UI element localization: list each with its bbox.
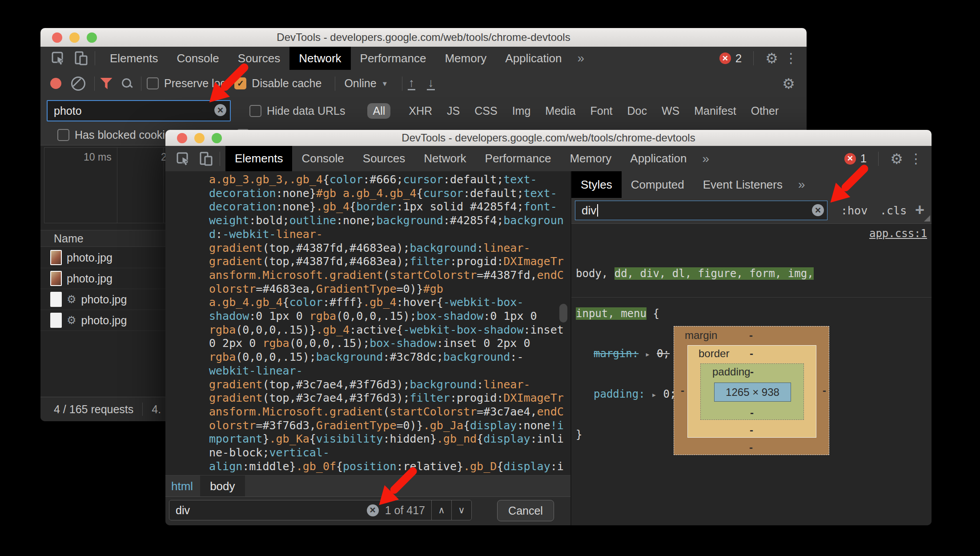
clear-filter-icon[interactable]: ✕ <box>214 104 226 116</box>
zoom-window-button[interactable] <box>212 133 222 143</box>
record-network-log-icon[interactable] <box>50 78 61 89</box>
type-filter-other[interactable]: Other <box>751 105 779 117</box>
device-toolbar-icon[interactable] <box>66 50 89 66</box>
tab-network[interactable]: Network <box>289 47 350 70</box>
more-tabs-icon[interactable]: » <box>571 47 591 70</box>
styles-filter-input[interactable]: div ✕ <box>575 201 827 220</box>
tab-elements[interactable]: Elements <box>100 47 167 70</box>
type-filter-manifest[interactable]: Manifest <box>694 105 736 117</box>
has-blocked-cookies-label[interactable]: Has blocked cookies <box>75 129 177 141</box>
type-filter-all[interactable]: All <box>367 103 390 119</box>
sidebar-tab-event-listeners[interactable]: Event Listeners <box>694 171 792 198</box>
minimize-window-button[interactable] <box>69 32 80 43</box>
request-name: photo.jpg <box>81 314 127 327</box>
tab-application[interactable]: Application <box>496 47 571 70</box>
type-filter-ws[interactable]: WS <box>662 105 679 117</box>
sidebar-tab-styles[interactable]: Styles <box>571 171 622 198</box>
filter-funnel-icon[interactable] <box>100 78 112 89</box>
settings-gear-icon[interactable]: ⚙ <box>890 152 903 166</box>
more-sidebar-tabs-icon[interactable]: » <box>792 171 811 198</box>
css-source-view[interactable]: a.gb_3.gb_3,.gb_4{color:#666;cursor:defa… <box>165 171 570 475</box>
main-tab-bar: ElementsConsoleSourcesNetworkPerformance… <box>40 47 807 70</box>
border-bottom-value[interactable]: - <box>747 424 756 436</box>
cancel-button[interactable]: Cancel <box>497 500 554 521</box>
has-blocked-cookies-checkbox[interactable] <box>57 129 69 141</box>
box-model-content-box[interactable]: 1265 × 938 <box>714 383 791 402</box>
tab-console[interactable]: Console <box>292 146 353 171</box>
box-model-padding-box[interactable]: padding - - 1265 × 938 <box>700 363 804 420</box>
margin-top-value[interactable]: - <box>746 329 756 342</box>
disable-cache-label[interactable]: Disable cache <box>252 77 321 90</box>
border-top-value[interactable]: - <box>747 347 756 360</box>
more-options-icon[interactable]: ⋮ <box>784 52 798 65</box>
next-match-button[interactable]: ∨ <box>451 500 471 520</box>
stylesheet-link[interactable]: app.css:1 <box>869 227 927 240</box>
breadcrumb-body[interactable]: body <box>200 475 245 497</box>
type-filter-doc[interactable]: Doc <box>627 105 647 117</box>
minimize-window-button[interactable] <box>194 133 205 143</box>
type-filter-xhr[interactable]: XHR <box>409 105 432 117</box>
type-filter-js[interactable]: JS <box>447 105 460 117</box>
expand-triangle-icon[interactable]: ▸ <box>645 349 651 359</box>
preserve-log-checkbox[interactable] <box>147 77 159 89</box>
import-har-icon[interactable]: ↑ <box>408 77 416 90</box>
margin-bottom-value[interactable]: - <box>746 441 756 454</box>
titlebar[interactable]: DevTools - developers.google.com/web/too… <box>40 28 807 47</box>
tab-performance[interactable]: Performance <box>476 146 561 171</box>
text-caret <box>597 204 598 217</box>
inspect-element-icon[interactable] <box>40 50 66 66</box>
resize-grip-icon[interactable] <box>924 215 930 222</box>
scrollbar-thumb[interactable] <box>559 304 567 322</box>
hide-data-urls-label[interactable]: Hide data URLs <box>267 105 345 117</box>
search-icon[interactable] <box>121 78 133 89</box>
clear-network-log-icon[interactable] <box>71 77 85 91</box>
padding-top-value[interactable]: - <box>747 366 757 378</box>
error-badge[interactable]: ✕ 2 <box>719 52 742 65</box>
tab-memory[interactable]: Memory <box>560 146 621 171</box>
divider <box>335 77 335 91</box>
sidebar-tab-computed[interactable]: Computed <box>622 171 694 198</box>
clear-styles-filter-icon[interactable]: ✕ <box>812 204 824 216</box>
settings-gear-icon[interactable]: ⚙ <box>765 51 778 65</box>
element-classes-button[interactable]: .cls <box>880 198 907 223</box>
more-tabs-icon[interactable]: » <box>696 146 716 171</box>
network-settings-gear-icon[interactable]: ⚙ <box>782 77 807 91</box>
type-filter-font[interactable]: Font <box>590 105 612 117</box>
throttling-select[interactable]: Online <box>344 77 376 90</box>
panel-tabs: ElementsConsoleSourcesNetworkPerformance… <box>225 146 696 171</box>
window-controls <box>52 28 97 47</box>
hide-data-urls-checkbox[interactable] <box>249 105 261 117</box>
box-model-diagram[interactable]: margin - - - - - - - - border - - paddin… <box>674 326 829 455</box>
tab-performance[interactable]: Performance <box>351 47 436 70</box>
close-window-button[interactable] <box>177 133 187 143</box>
type-filter-css[interactable]: CSS <box>474 105 497 117</box>
styles-filter-row: div ✕ :hov .cls + <box>571 198 932 224</box>
breadcrumb-html[interactable]: html <box>165 475 200 497</box>
tab-memory[interactable]: Memory <box>435 47 496 70</box>
box-model-border-box[interactable]: border - - padding - - 1265 × 938 <box>687 345 816 438</box>
main-tab-bar: ElementsConsoleSourcesNetworkPerformance… <box>165 146 932 172</box>
type-filter-img[interactable]: Img <box>512 105 531 117</box>
find-input[interactable]: div ✕ 1 of 417 ∧ ∨ <box>169 500 472 520</box>
close-window-button[interactable] <box>52 32 62 43</box>
export-har-icon[interactable]: ↓ <box>427 77 435 90</box>
margin-left-value[interactable]: - <box>678 384 687 397</box>
padding-bottom-value[interactable]: - <box>747 407 757 419</box>
zoom-window-button[interactable] <box>87 32 97 43</box>
source-line: ne-block;vertical- <box>209 446 570 460</box>
window-title: DevTools - developers.google.com/web/too… <box>277 31 570 44</box>
tab-network[interactable]: Network <box>414 146 475 171</box>
more-options-icon[interactable]: ⋮ <box>909 152 923 165</box>
new-style-rule-icon[interactable]: + <box>915 201 924 219</box>
expand-triangle-icon[interactable]: ▸ <box>651 389 657 400</box>
titlebar[interactable]: DevTools - developers.google.com/web/too… <box>165 130 932 146</box>
margin-right-value[interactable]: - <box>819 384 829 397</box>
previous-match-button[interactable]: ∧ <box>431 500 451 520</box>
tab-sources[interactable]: Sources <box>353 146 414 171</box>
type-filter-media[interactable]: Media <box>545 105 575 117</box>
inspect-element-icon[interactable] <box>165 151 191 167</box>
tab-application[interactable]: Application <box>621 146 696 171</box>
tab-elements[interactable]: Elements <box>225 146 292 171</box>
device-toolbar-icon[interactable] <box>191 151 214 167</box>
gear-icon: ⚙ <box>67 315 76 326</box>
